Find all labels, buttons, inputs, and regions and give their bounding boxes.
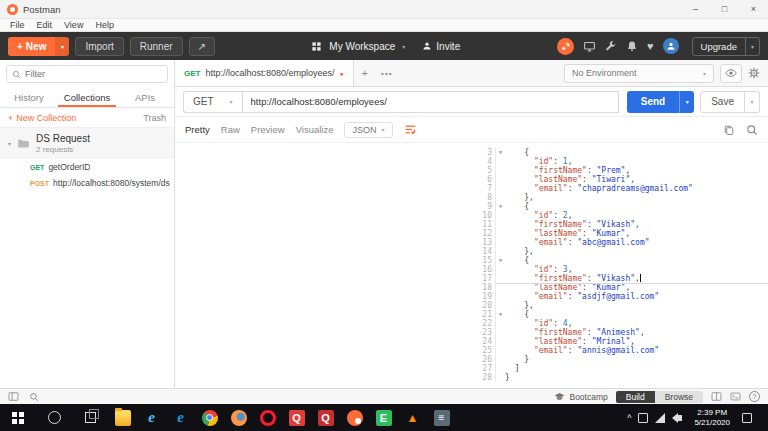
line-number: 22 bbox=[480, 319, 496, 328]
heart-icon[interactable]: ♥ bbox=[647, 41, 654, 52]
maximize-button[interactable]: □ bbox=[710, 0, 739, 19]
wrap-lines-button[interactable] bbox=[404, 123, 417, 136]
sidebar-toggle-icon bbox=[8, 391, 19, 402]
code-line: 3▼ { bbox=[480, 148, 693, 157]
invite-button[interactable]: Invite bbox=[422, 41, 460, 52]
tab-pretty[interactable]: Pretty bbox=[185, 124, 210, 135]
cortana-button[interactable] bbox=[36, 404, 72, 431]
two-pane-view-button[interactable] bbox=[711, 391, 722, 402]
task-view-button[interactable] bbox=[72, 404, 108, 431]
opera-icon[interactable] bbox=[253, 404, 282, 431]
send-options-caret[interactable]: ▾ bbox=[679, 91, 694, 113]
help-button[interactable]: ? bbox=[749, 391, 760, 402]
fold-caret-icon[interactable]: ▼ bbox=[496, 256, 505, 265]
menu-edit[interactable]: Edit bbox=[31, 20, 59, 30]
google-chrome-icon[interactable] bbox=[195, 404, 224, 431]
request-list-item[interactable]: GET getOrderID bbox=[0, 159, 174, 175]
network-icon[interactable] bbox=[655, 413, 665, 423]
close-button[interactable]: × bbox=[739, 0, 768, 19]
find-replace-button[interactable] bbox=[29, 392, 39, 402]
tab-options-button[interactable]: ••• bbox=[376, 60, 398, 86]
sync-status-icon[interactable] bbox=[557, 38, 574, 55]
save-options-caret[interactable]: ▾ bbox=[745, 91, 760, 113]
capture-requests-icon[interactable] bbox=[583, 40, 596, 53]
trash-button[interactable]: Trash bbox=[143, 113, 166, 123]
firefox-icon[interactable] bbox=[224, 404, 253, 431]
action-center-icon[interactable] bbox=[742, 413, 752, 423]
filter-input[interactable] bbox=[25, 69, 162, 79]
console-button[interactable] bbox=[730, 391, 741, 402]
copy-response-button[interactable] bbox=[723, 124, 735, 136]
url-input[interactable] bbox=[242, 91, 619, 113]
upgrade-button[interactable]: Upgrade ▾ bbox=[692, 37, 760, 56]
line-number: 11 bbox=[480, 220, 496, 229]
tab-raw[interactable]: Raw bbox=[221, 124, 240, 135]
request-tab[interactable]: GET http://localhost:8080/employees/ ● bbox=[175, 60, 354, 86]
tab-collections[interactable]: Collections bbox=[58, 88, 116, 107]
microsoft-edge-icon[interactable]: e bbox=[166, 404, 195, 431]
user-avatar[interactable] bbox=[663, 38, 679, 54]
copy-icon bbox=[723, 124, 735, 136]
collection-expand-caret-icon[interactable]: ▾ bbox=[8, 140, 11, 147]
hidden-icons-button[interactable]: ^ bbox=[627, 413, 631, 423]
sidebar-toggle-button[interactable] bbox=[8, 391, 19, 402]
import-button[interactable]: Import bbox=[75, 37, 123, 56]
fold-caret-icon[interactable]: ▼ bbox=[496, 148, 505, 157]
window-title: Postman bbox=[23, 4, 61, 15]
notifications-bell-icon[interactable] bbox=[626, 40, 638, 52]
new-tab-button[interactable]: + bbox=[354, 60, 376, 86]
settings-wrench-icon[interactable] bbox=[605, 40, 617, 52]
start-button[interactable] bbox=[0, 404, 36, 431]
internet-explorer-icon[interactable]: e bbox=[137, 404, 166, 431]
onedrive-icon[interactable] bbox=[638, 413, 648, 423]
collection-row[interactable]: ▾ DS Request 2 requests bbox=[0, 128, 174, 159]
vlc-icon[interactable]: ▲ bbox=[398, 404, 427, 431]
fold-caret-icon[interactable]: ▼ bbox=[496, 202, 505, 211]
menu-file[interactable]: File bbox=[4, 20, 31, 30]
qq-icon[interactable]: Q bbox=[282, 404, 311, 431]
line-number: 21 bbox=[480, 310, 496, 319]
open-new-window-button[interactable]: ↗ bbox=[189, 37, 215, 56]
upgrade-caret-icon[interactable]: ▾ bbox=[745, 38, 759, 55]
response-body[interactable]: 3▼ {4 "id": 1,5 "firstName": "Prem",6 "l… bbox=[175, 143, 768, 388]
cortana-icon bbox=[48, 411, 61, 424]
send-button[interactable]: Send ▾ bbox=[627, 91, 694, 113]
build-toggle[interactable]: Build bbox=[616, 391, 655, 403]
menu-view[interactable]: View bbox=[58, 20, 89, 30]
file-explorer-icon[interactable] bbox=[108, 404, 137, 431]
taskbar-clock[interactable]: 2:39 PM 5/21/2020 bbox=[689, 408, 735, 427]
new-button[interactable]: +New ▾ bbox=[8, 37, 69, 56]
tab-visualize[interactable]: Visualize bbox=[296, 124, 334, 135]
postman-icon[interactable] bbox=[340, 404, 369, 431]
new-dropdown-caret[interactable]: ▾ bbox=[55, 37, 69, 56]
search-icon bbox=[746, 124, 758, 136]
save-button[interactable]: Save ▾ bbox=[700, 91, 760, 113]
environment-caret-icon: ▾ bbox=[703, 70, 706, 77]
fold-spacer bbox=[496, 373, 505, 382]
qq-browser-icon[interactable]: Q bbox=[311, 404, 340, 431]
workspace-selector[interactable]: My Workspace bbox=[329, 41, 395, 52]
search-response-button[interactable] bbox=[746, 124, 758, 136]
minimize-button[interactable]: – bbox=[681, 0, 710, 19]
environment-quick-look-button[interactable] bbox=[720, 64, 742, 83]
evernote-icon[interactable]: E bbox=[369, 404, 398, 431]
tab-apis[interactable]: APIs bbox=[116, 88, 174, 107]
browse-toggle[interactable]: Browse bbox=[655, 391, 703, 403]
bootcamp-button[interactable]: Bootcamp bbox=[554, 391, 607, 402]
request-list-item[interactable]: POST http://localhost:8080/system/ds bbox=[0, 175, 174, 191]
volume-icon[interactable] bbox=[672, 413, 682, 423]
fold-spacer bbox=[496, 364, 505, 373]
settings-gear-button[interactable] bbox=[748, 67, 760, 79]
runner-button[interactable]: Runner bbox=[130, 37, 183, 56]
environment-selector[interactable]: No Environment ▾ bbox=[564, 64, 714, 83]
method-selector[interactable]: GET ▾ bbox=[183, 91, 242, 113]
tab-preview[interactable]: Preview bbox=[251, 124, 285, 135]
menu-help[interactable]: Help bbox=[89, 20, 120, 30]
filter-box[interactable] bbox=[6, 65, 168, 83]
fold-spacer bbox=[496, 166, 505, 175]
tab-history[interactable]: History bbox=[0, 88, 58, 107]
language-selector[interactable]: JSON ▾ bbox=[344, 122, 392, 138]
notepad-icon[interactable]: ≡ bbox=[427, 404, 456, 431]
new-collection-button[interactable]: + New Collection bbox=[8, 113, 76, 123]
fold-caret-icon[interactable]: ▼ bbox=[496, 310, 505, 319]
